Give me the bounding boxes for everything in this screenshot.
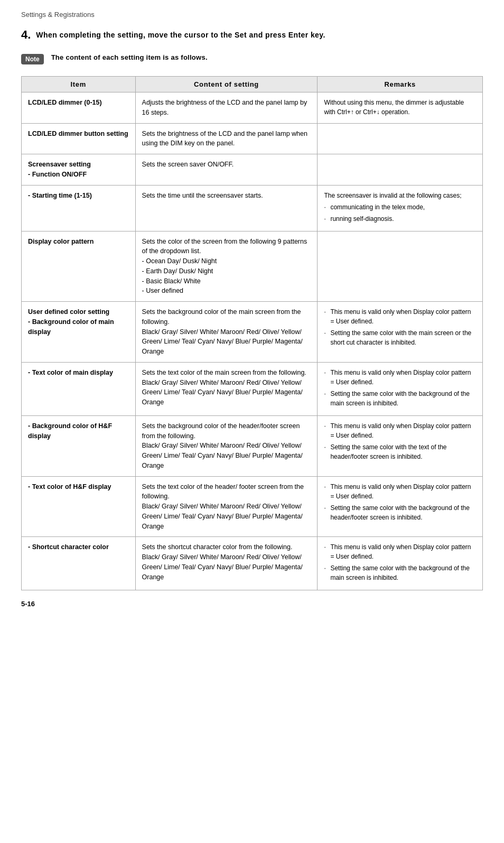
note-text: The content of each setting item is as f…: [51, 53, 208, 61]
settings-table: Item Content of setting Remarks LCD/LED …: [21, 76, 483, 590]
table-cell-content: Sets the screen saver ON/OFF.: [135, 154, 318, 186]
remark-item: Setting the same color with the text of …: [324, 442, 476, 461]
table-cell-item: - Background color of H&F display: [22, 415, 136, 476]
table-cell-item: - Text color of main display: [22, 362, 136, 415]
table-cell-item: LCD/LED dimmer (0-15): [22, 92, 136, 124]
table-cell-remarks: [318, 154, 483, 186]
table-row: LCD/LED dimmer button settingSets the br…: [22, 123, 483, 154]
table-cell-remarks: [318, 231, 483, 302]
table-cell-content: Adjusts the brightness of the LCD and th…: [135, 92, 318, 124]
note-box: Note The content of each setting item is…: [21, 53, 483, 64]
table-cell-remarks: This menu is valid only when Display col…: [318, 302, 483, 363]
remark-item: Setting the same color with the backgrou…: [324, 563, 476, 582]
table-cell-remarks: This menu is valid only when Display col…: [318, 537, 483, 590]
table-row: - Starting time (1-15)Sets the time unti…: [22, 185, 483, 231]
table-cell-content: Sets the background color of the main sc…: [135, 302, 318, 363]
remark-item: This menu is valid only when Display col…: [324, 482, 476, 501]
table-row: Screensaver setting - Function ON/OFFSet…: [22, 154, 483, 186]
table-cell-remarks: The screensaver is invalid at the follow…: [318, 185, 483, 231]
remark-item: running self-diagnosis.: [324, 214, 476, 224]
table-header-row: Item Content of setting Remarks: [22, 77, 483, 92]
table-cell-item: - Text color of H&F display: [22, 476, 136, 537]
table-row: - Shortcut character colorSets the short…: [22, 537, 483, 590]
table-row: Display color patternSets the color of t…: [22, 231, 483, 302]
table-cell-remarks: Without using this menu, the dimmer is a…: [318, 92, 483, 124]
table-row: - Background color of H&F displaySets th…: [22, 415, 483, 476]
remark-item: This menu is valid only when Display col…: [324, 307, 476, 326]
remark-item: This menu is valid only when Display col…: [324, 542, 476, 561]
breadcrumb: Settings & Registrations: [21, 11, 483, 18]
step-text: When completing the setting, move the cu…: [36, 31, 325, 39]
table-cell-content: Sets the text color of the header/ foote…: [135, 476, 318, 537]
table-cell-remarks: This menu is valid only when Display col…: [318, 362, 483, 415]
col-item: Item: [22, 77, 136, 92]
table-cell-item: Display color pattern: [22, 231, 136, 302]
table-row: User defined color setting - Background …: [22, 302, 483, 363]
col-content: Content of setting: [135, 77, 318, 92]
remark-item: communicating in the telex mode,: [324, 202, 476, 212]
table-cell-item: - Starting time (1-15): [22, 185, 136, 231]
table-cell-content: Sets the color of the screen from the fo…: [135, 231, 318, 302]
remark-item: This menu is valid only when Display col…: [324, 421, 476, 440]
remark-item: This menu is valid only when Display col…: [324, 368, 476, 387]
remark-item: Setting the same color with the backgrou…: [324, 389, 476, 408]
table-cell-item: LCD/LED dimmer button setting: [22, 123, 136, 154]
table-row: - Text color of H&F displaySets the text…: [22, 476, 483, 537]
table-cell-item: - Shortcut character color: [22, 537, 136, 590]
table-cell-item: User defined color setting - Background …: [22, 302, 136, 363]
table-cell-remarks: This menu is valid only when Display col…: [318, 415, 483, 476]
table-cell-content: Sets the brightness of the LCD and the p…: [135, 123, 318, 154]
note-badge: Note: [21, 54, 44, 64]
step-number: 4.: [21, 28, 31, 42]
table-cell-content: Sets the shortcut character color from t…: [135, 537, 318, 590]
table-cell-item: Screensaver setting - Function ON/OFF: [22, 154, 136, 186]
remark-item: Setting the same color with the main scr…: [324, 328, 476, 347]
col-remarks: Remarks: [318, 77, 483, 92]
table-cell-remarks: This menu is valid only when Display col…: [318, 476, 483, 537]
table-cell-content: Sets the background color of the header/…: [135, 415, 318, 476]
step-row: 4. When completing the setting, move the…: [21, 28, 483, 42]
page-number: 5-16: [21, 600, 483, 608]
table-row: LCD/LED dimmer (0-15)Adjusts the brightn…: [22, 92, 483, 124]
table-cell-content: Sets the text color of the main screen f…: [135, 362, 318, 415]
table-cell-content: Sets the time until the screensaver star…: [135, 185, 318, 231]
remark-item: Setting the same color with the backgrou…: [324, 503, 476, 522]
table-cell-remarks: [318, 123, 483, 154]
table-row: - Text color of main displaySets the tex…: [22, 362, 483, 415]
